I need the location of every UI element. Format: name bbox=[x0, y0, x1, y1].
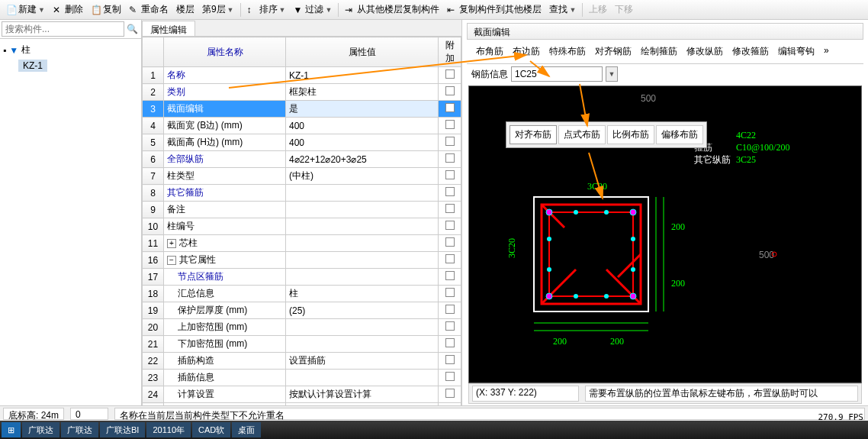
svg-line-13 bbox=[618, 254, 641, 277]
svg-point-23 bbox=[574, 294, 578, 299]
taskbar-item[interactable]: 桌面 bbox=[232, 422, 261, 437]
rename-button[interactable]: ✎重命名 bbox=[126, 2, 172, 18]
prop-row[interactable]: 5截面高 (H边) (mm)400 bbox=[143, 134, 461, 151]
svg-point-24 bbox=[604, 294, 609, 299]
start-button[interactable]: ⊞ bbox=[2, 422, 21, 437]
find-button[interactable]: 查找▼ bbox=[546, 2, 579, 18]
prop-row[interactable]: 8其它箍筋 bbox=[143, 185, 461, 202]
svg-line-11 bbox=[542, 270, 576, 304]
new-button[interactable]: 📄新建▼ bbox=[3, 2, 48, 18]
fps-display: 270.9 FPS bbox=[818, 412, 863, 422]
taskbar-item[interactable]: 广联达 bbox=[61, 422, 98, 437]
svg-point-18 bbox=[547, 237, 551, 241]
tree-item-kz1[interactable]: KZ-1 bbox=[18, 60, 47, 72]
move-down-button[interactable]: 下移 bbox=[612, 2, 636, 18]
copy-from-icon: ⇥ bbox=[345, 5, 355, 15]
delete-icon: ✕ bbox=[53, 5, 63, 15]
prop-row[interactable]: 19保护层厚度 (mm)(25) bbox=[143, 302, 461, 319]
prop-row[interactable]: 9备注 bbox=[143, 202, 461, 218]
tree-root-column[interactable]: ▪▼柱 bbox=[3, 42, 138, 58]
prop-row[interactable]: 4截面宽 (B边) (mm)400 bbox=[143, 118, 461, 134]
col-name: 属性名称 bbox=[164, 37, 286, 67]
section-tab[interactable]: 对齐钢筋 bbox=[590, 43, 636, 60]
section-tab[interactable]: 修改纵筋 bbox=[682, 43, 728, 60]
rebar-info-label: 钢筋信息 bbox=[471, 68, 508, 81]
prop-row[interactable]: 16−其它属性 bbox=[143, 252, 461, 269]
move-up-button[interactable]: 上移 bbox=[586, 2, 610, 18]
prop-row[interactable]: 10柱编号 bbox=[143, 218, 461, 235]
section-tab[interactable]: 编辑弯钩 bbox=[773, 43, 819, 60]
prop-row[interactable]: 24计算设置按默认计算设置计算 bbox=[143, 386, 461, 403]
prop-row[interactable]: 21下加密范围 (mm) bbox=[143, 336, 461, 353]
layer-label: 楼层 bbox=[173, 2, 198, 18]
layout-popup: 对齐布筋点式布筋比例布筋偏移布筋 bbox=[506, 121, 707, 148]
popup-option[interactable]: 比例布筋 bbox=[607, 125, 654, 144]
copy-from-button[interactable]: ⇥从其他楼层复制构件 bbox=[342, 2, 442, 18]
prop-row[interactable]: 20上加密范围 (mm) bbox=[143, 319, 461, 336]
tab-property-edit[interactable]: 属性编辑 bbox=[142, 21, 195, 36]
prop-row[interactable]: 7柱类型(中柱) bbox=[143, 168, 461, 185]
svg-text:其它纵筋: 其它纵筋 bbox=[694, 154, 731, 165]
prop-row[interactable]: 11+芯柱 bbox=[143, 235, 461, 252]
svg-text:3C20: 3C20 bbox=[506, 238, 517, 258]
section-editor-panel: 截面编辑 布角筋布边筋特殊布筋对齐钢筋绘制箍筋修改纵筋修改箍筋编辑弯钩» 钢筋信… bbox=[462, 20, 868, 405]
section-tab[interactable]: 绘制箍筋 bbox=[636, 43, 682, 60]
property-panel: 属性编辑 属性名称属性值附加 1名称KZ-12类别框架柱3截面编辑是4截面宽 (… bbox=[142, 20, 462, 405]
svg-point-16 bbox=[604, 210, 609, 215]
prop-row[interactable]: 3截面编辑是 bbox=[143, 101, 461, 118]
prop-row[interactable]: 22插筋构造设置插筋 bbox=[143, 353, 461, 370]
svg-text:200: 200 bbox=[610, 336, 624, 347]
section-title: 截面编辑 bbox=[467, 23, 863, 40]
prop-row[interactable]: 25节点设置按默认节点设置计算 bbox=[143, 403, 461, 406]
prop-row[interactable]: 23插筋信息 bbox=[143, 370, 461, 386]
taskbar-item[interactable]: 广联达 bbox=[22, 422, 59, 437]
tabs-overflow[interactable]: » bbox=[819, 43, 834, 60]
sort-button[interactable]: ↕排序▼ bbox=[244, 2, 289, 18]
popup-option[interactable]: 对齐布筋 bbox=[510, 125, 557, 144]
svg-text:4C22: 4C22 bbox=[736, 130, 756, 140]
prop-row[interactable]: 18汇总信息柱 bbox=[143, 286, 461, 302]
svg-text:3C25: 3C25 bbox=[736, 154, 756, 165]
svg-point-15 bbox=[574, 210, 578, 215]
new-icon: 📄 bbox=[6, 5, 17, 15]
hint-display: 需要布置纵筋的位置单击鼠标左键布筋，布置纵筋时可以 bbox=[585, 386, 858, 402]
taskbar-item[interactable]: CAD软 bbox=[192, 422, 230, 437]
svg-point-17 bbox=[630, 209, 636, 215]
taskbar-item[interactable]: 广联达BI bbox=[100, 422, 145, 437]
section-tabs: 布角筋布边筋特殊布筋对齐钢筋绘制箍筋修改纵筋修改箍筋编辑弯钩» bbox=[467, 40, 863, 64]
svg-text:C10@100/200: C10@100/200 bbox=[736, 142, 789, 153]
svg-text:200: 200 bbox=[671, 278, 685, 289]
filter-button[interactable]: ▼过滤▼ bbox=[290, 2, 335, 18]
popup-option[interactable]: 点式布筋 bbox=[558, 125, 606, 144]
prop-row[interactable]: 1名称KZ-1 bbox=[143, 67, 461, 84]
prop-row[interactable]: 6全部纵筋4⌀22+12⌀20+3⌀25 bbox=[143, 151, 461, 168]
svg-text:200: 200 bbox=[671, 221, 685, 232]
layer-select[interactable]: 第9层▼ bbox=[199, 2, 237, 18]
prop-row[interactable]: 17节点区箍筋 bbox=[143, 269, 461, 286]
rebar-info-input[interactable] bbox=[511, 66, 603, 82]
col-extra: 附加 bbox=[439, 37, 461, 67]
section-tab[interactable]: 布边筋 bbox=[508, 43, 545, 60]
copy-button[interactable]: 📋复制 bbox=[88, 2, 124, 18]
delete-button[interactable]: ✕删除 bbox=[50, 2, 86, 18]
svg-text:3C20: 3C20 bbox=[587, 181, 607, 192]
property-grid[interactable]: 属性名称属性值附加 1名称KZ-12类别框架柱3截面编辑是4截面宽 (B边) (… bbox=[142, 37, 461, 405]
popup-option[interactable]: 偏移布筋 bbox=[656, 125, 703, 144]
section-tab[interactable]: 特殊布筋 bbox=[545, 43, 590, 60]
svg-point-20 bbox=[547, 267, 551, 272]
search-input[interactable] bbox=[2, 21, 124, 37]
taskbar-item[interactable]: 20110年 bbox=[146, 422, 191, 437]
svg-line-10 bbox=[542, 205, 564, 228]
prop-row[interactable]: 2类别框架柱 bbox=[143, 84, 461, 101]
copy-to-button[interactable]: ⇤复制构件到其他楼层 bbox=[444, 2, 545, 18]
search-icon[interactable]: 🔍 bbox=[124, 21, 140, 37]
rename-icon: ✎ bbox=[129, 5, 140, 15]
svg-point-25 bbox=[630, 293, 636, 299]
rebar-info-dropdown[interactable]: ▼ bbox=[606, 66, 618, 82]
section-tab[interactable]: 修改箍筋 bbox=[728, 43, 773, 60]
svg-text:500: 500 bbox=[641, 93, 656, 104]
zero-cell: 0 bbox=[70, 408, 108, 420]
section-tab[interactable]: 布角筋 bbox=[471, 43, 508, 60]
section-canvas[interactable]: 对齐布筋点式布筋比例布筋偏移布筋 筋 箍筋 其它纵筋 4C22 C10@100/… bbox=[468, 86, 862, 383]
status-bar: 底标高: 24m 0 名称在当前层当前构件类型下不允许重名 bbox=[0, 405, 868, 421]
